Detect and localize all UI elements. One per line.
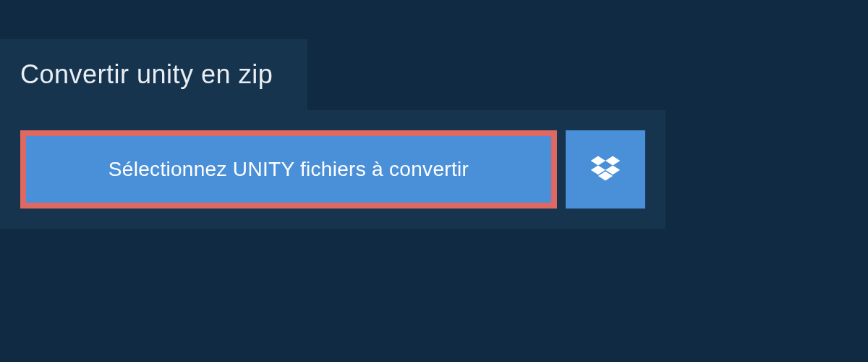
select-files-button[interactable]: Sélectionnez UNITY fichiers à convertir [20, 130, 557, 209]
dropbox-button[interactable] [566, 130, 645, 209]
page-title: Convertir unity en zip [20, 59, 273, 90]
upload-section: Sélectionnez UNITY fichiers à convertir [0, 110, 665, 229]
header-section: Convertir unity en zip [0, 39, 307, 110]
dropbox-icon [589, 152, 622, 188]
